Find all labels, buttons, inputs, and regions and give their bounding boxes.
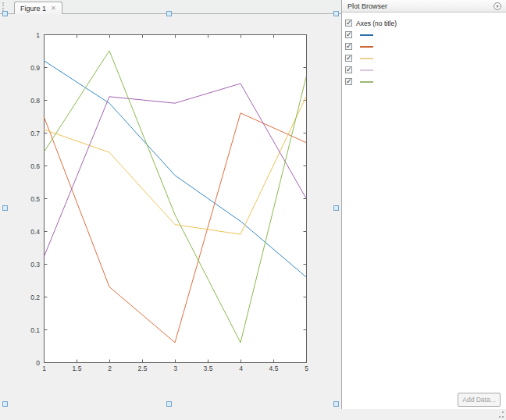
series-checkbox[interactable]: ✓ — [345, 78, 352, 85]
selection-handle-bottom-left[interactable] — [2, 401, 8, 407]
axes-list-item: ✓ Axes (no title) — [345, 17, 506, 29]
y-tick-label: 0.2 — [30, 294, 40, 301]
selection-handle-bottom-right[interactable] — [333, 401, 339, 407]
series-checkbox[interactable]: ✓ — [345, 43, 352, 50]
axes-checkbox[interactable]: ✓ — [345, 20, 352, 27]
selection-handle-bottom-center[interactable] — [166, 401, 172, 407]
figure-canvas[interactable]: 11.522.533.544.5500.10.20.30.40.50.60.70… — [0, 14, 341, 409]
selection-handle-top-right[interactable] — [333, 11, 339, 16]
series-line-swatch-line-5-green[interactable] — [360, 81, 373, 83]
y-tick-label: 0.7 — [30, 130, 40, 137]
y-tick-label: 0.8 — [30, 97, 40, 105]
series-checkbox[interactable]: ✓ — [345, 66, 352, 73]
series-checkbox[interactable]: ✓ — [345, 31, 352, 38]
y-tick-label: 0.9 — [30, 64, 40, 72]
y-tick-label: 0 — [36, 359, 40, 367]
x-tick-label: 1.5 — [73, 365, 82, 372]
plot-browser-body: ✓ Axes (no title) ✓ ✓ ✓ ✓ ✓ Add Data... — [342, 12, 506, 408]
series-line-swatch-line-4-purple[interactable] — [360, 69, 373, 71]
y-tick-label: 0.5 — [30, 195, 40, 203]
x-tick-label: 4.5 — [269, 365, 279, 372]
y-tick-label: 0.3 — [30, 261, 40, 269]
x-tick-label: 5 — [305, 365, 308, 372]
plot-browser-panel: Plot Browser ▾ ✓ Axes (no title) ✓ ✓ ✓ ✓… — [341, 0, 506, 409]
x-tick-label: 4 — [239, 365, 243, 372]
plot-browser-title: Plot Browser — [347, 2, 387, 10]
resize-grip-icon[interactable] — [497, 411, 504, 418]
axes-plot[interactable]: 11.522.533.544.5500.10.20.30.40.50.60.70… — [0, 14, 341, 409]
series-list-item: ✓ — [345, 52, 506, 64]
series-line-swatch-line-1-blue[interactable] — [360, 34, 373, 36]
selection-handle-top-left[interactable] — [2, 11, 8, 16]
series-list-item: ✓ — [345, 64, 506, 76]
selection-handle-mid-left[interactable] — [2, 205, 8, 211]
series-list-item: ✓ — [345, 29, 506, 41]
matlab-figure-window: Figure 1 ✕ 11.522.533.544.5500.10.20.30.… — [0, 0, 506, 420]
series-list-item: ✓ — [345, 76, 506, 87]
tab-figure-1[interactable]: Figure 1 ✕ — [14, 2, 62, 14]
plot-browser-header: Plot Browser ▾ — [342, 0, 506, 12]
y-tick-label: 0.6 — [30, 162, 40, 170]
axes-item-label[interactable]: Axes (no title) — [356, 20, 397, 27]
selection-handle-mid-right[interactable] — [333, 205, 339, 211]
x-tick-label: 2 — [108, 365, 112, 372]
series-line-swatch-line-2-orange[interactable] — [360, 46, 373, 48]
x-tick-label: 3 — [173, 365, 177, 372]
status-bar — [0, 409, 506, 420]
series-list: ✓ ✓ ✓ ✓ ✓ — [345, 29, 506, 87]
panel-menu-chevron-icon[interactable]: ▾ — [494, 2, 501, 10]
x-tick-label: 1 — [42, 365, 46, 372]
tab-close-icon[interactable]: ✕ — [51, 5, 56, 12]
tab-label: Figure 1 — [20, 5, 46, 12]
add-data-button[interactable]: Add Data... — [458, 393, 501, 407]
y-tick-label: 0.4 — [30, 228, 40, 236]
series-checkbox[interactable]: ✓ — [345, 55, 352, 62]
x-tick-label: 3.5 — [204, 365, 213, 372]
selection-handle-top-center[interactable] — [166, 11, 172, 16]
series-list-item: ✓ — [345, 41, 506, 52]
x-tick-label: 2.5 — [138, 365, 148, 372]
y-tick-label: 1 — [36, 31, 40, 39]
axes-box — [45, 35, 307, 363]
y-tick-label: 0.1 — [30, 326, 40, 334]
series-line-swatch-line-3-yellow[interactable] — [360, 58, 373, 59]
